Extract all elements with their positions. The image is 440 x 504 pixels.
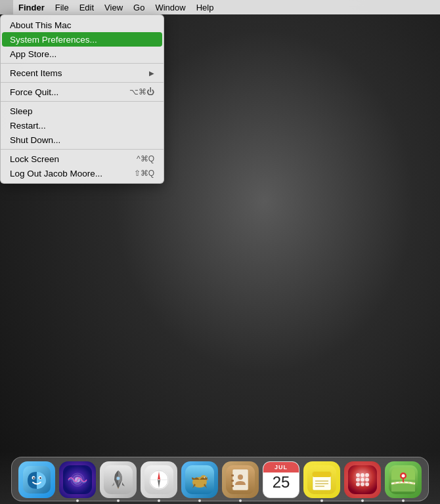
svg-rect-27	[231, 480, 234, 482]
svg-point-43	[356, 482, 360, 486]
restart-item[interactable]: Restart...	[1, 118, 164, 133]
dock-icon-contacts[interactable]	[222, 461, 259, 498]
edit-menu-item[interactable]: Edit	[74, 0, 99, 14]
menu-bar: Finder File Edit View Go Window Help	[0, 0, 440, 14]
log-out-item[interactable]: Log Out Jacob Moore... ⇧⌘Q	[1, 166, 164, 180]
svg-point-39	[365, 473, 369, 477]
svg-point-38	[361, 473, 364, 477]
svg-point-50	[402, 474, 405, 478]
separator-1	[1, 63, 164, 64]
finder-menu-item[interactable]: Finder	[13, 0, 50, 14]
svg-rect-32	[313, 472, 331, 477]
help-menu-item[interactable]: Help	[191, 0, 219, 14]
svg-point-41	[361, 478, 364, 482]
dock-icon-finder[interactable]	[18, 461, 55, 498]
recent-items-item[interactable]: Recent Items ▶	[1, 66, 164, 80]
file-menu-item[interactable]: File	[50, 0, 74, 14]
dock-icon-calendar[interactable]: JUL 25	[263, 461, 299, 498]
svg-rect-26	[231, 474, 234, 476]
separator-2	[1, 82, 164, 83]
shut-down-item[interactable]: Shut Down...	[1, 133, 164, 147]
svg-point-40	[356, 478, 360, 482]
svg-point-29	[238, 474, 243, 480]
go-menu-item[interactable]: Go	[128, 0, 150, 14]
svg-point-4	[33, 477, 34, 478]
separator-3	[1, 101, 164, 102]
svg-point-5	[39, 477, 41, 478]
app-store-item[interactable]: App Store...	[1, 47, 164, 61]
apple-menu-button[interactable]	[0, 0, 13, 14]
dock-icon-rocket-typist[interactable]	[100, 461, 137, 498]
svg-rect-28	[231, 485, 234, 487]
system-preferences-item[interactable]: System Preferences...	[2, 32, 162, 47]
sleep-item[interactable]: Sleep	[1, 104, 164, 118]
dock-icon-siri[interactable]	[59, 461, 96, 498]
apple-dropdown-menu: About This Mac System Preferences... App…	[0, 14, 164, 184]
calendar-month: JUL	[263, 462, 299, 472]
separator-4	[1, 149, 164, 150]
dock-background: JUL 25	[11, 457, 429, 501]
dock-icon-safari[interactable]	[141, 461, 177, 498]
svg-point-45	[365, 482, 369, 486]
dock-icon-notes[interactable]	[303, 461, 340, 498]
dock: JUL 25	[0, 452, 440, 504]
view-menu-item[interactable]: View	[99, 0, 128, 14]
svg-point-42	[365, 478, 369, 482]
svg-point-44	[361, 482, 364, 486]
submenu-arrow: ▶	[149, 70, 154, 77]
svg-point-11	[116, 476, 120, 480]
svg-point-37	[356, 473, 360, 477]
about-this-mac-item[interactable]: About This Mac	[1, 18, 164, 32]
dock-icon-maps[interactable]	[385, 461, 422, 498]
dock-icon-launchpad[interactable]	[344, 461, 381, 498]
window-menu-item[interactable]: Window	[150, 0, 190, 14]
lock-screen-item[interactable]: Lock Screen ^⌘Q	[1, 152, 164, 166]
dock-icon-mail[interactable]	[181, 461, 218, 498]
force-quit-item[interactable]: Force Quit... ⌥⌘⏻	[1, 85, 164, 99]
calendar-day: 25	[263, 472, 299, 490]
